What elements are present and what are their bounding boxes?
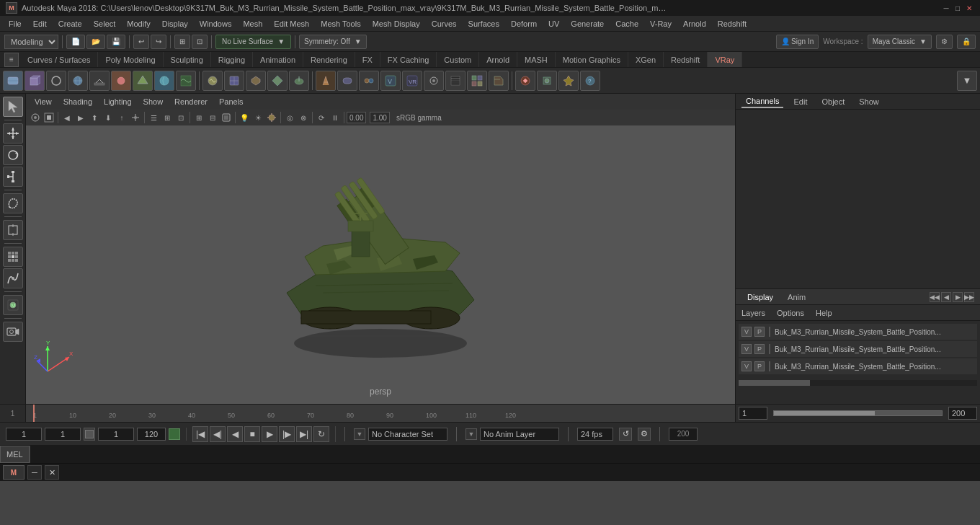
options-subtab[interactable]: Options [777, 309, 804, 317]
frame-field-slider[interactable] [84, 428, 95, 441]
shelf-icon-23[interactable] [489, 71, 509, 91]
workspace-select-btn[interactable]: Maya Classic ▼ [868, 35, 932, 49]
vp-menu-renderer[interactable]: Renderer [172, 96, 210, 107]
vdb-icon-3[interactable]: ◀ [61, 111, 74, 124]
snap-grid-btn[interactable] [3, 247, 23, 267]
tab-fx-caching[interactable]: FX Caching [380, 52, 437, 67]
menu-display[interactable]: Display [156, 18, 194, 30]
menu-mesh-display[interactable]: Mesh Display [367, 18, 426, 30]
shelf-icon-20[interactable] [424, 71, 444, 91]
shelf-icon-2[interactable] [24, 71, 45, 91]
sign-in-btn[interactable]: 👤 Sign In [776, 35, 819, 49]
snap-curves-btn[interactable] [3, 268, 23, 288]
live-surface-btn[interactable]: No Live Surface ▼ [215, 35, 291, 49]
tab-mash[interactable]: MASH [517, 52, 556, 67]
vdb-icon-16[interactable]: ☀ [251, 111, 264, 124]
viewport[interactable]: View Shading Lighting Show Renderer Pane… [26, 94, 735, 404]
menu-arnold[interactable]: Arnold [677, 18, 712, 30]
shelf-icon-9[interactable] [176, 71, 196, 91]
close-button[interactable]: ✕ [964, 3, 974, 13]
shelf-icon-21[interactable] [445, 71, 466, 91]
shelf-icon-4[interactable] [68, 71, 88, 91]
tab-rendering[interactable]: Rendering [303, 52, 355, 67]
menu-uv[interactable]: UV [543, 18, 565, 30]
vdb-gamma-label[interactable]: sRGB gamma [393, 114, 445, 122]
menu-windows[interactable]: Windows [194, 18, 238, 30]
tab-sculpting[interactable]: Sculpting [164, 52, 211, 67]
select-mode-btn[interactable]: ⊞ [174, 35, 190, 49]
step-back-btn[interactable]: ◀| [210, 426, 226, 442]
edit-tab[interactable]: Edit [789, 96, 811, 107]
open-scene-btn[interactable]: 📂 [86, 35, 105, 49]
layers-subtab[interactable]: Layers [741, 309, 765, 317]
loop-icon-btn[interactable]: ↺ [619, 428, 632, 441]
shelf-icon-24[interactable] [515, 71, 535, 91]
layer-arrow-right[interactable]: ▶ [953, 292, 963, 302]
shelf-icon-22[interactable] [467, 71, 487, 91]
redo-btn[interactable]: ↪ [151, 35, 166, 49]
tab-rigging[interactable]: Rigging [211, 52, 253, 67]
minimize-button[interactable]: ─ [941, 3, 951, 13]
timeline-scrollbar[interactable] [773, 410, 943, 416]
shelf-icon-10[interactable] [202, 71, 223, 91]
menu-redshift[interactable]: Redshift [712, 18, 752, 30]
range-end-field[interactable]: 200 [948, 407, 977, 420]
maya-logo-close-btn[interactable]: ✕ [45, 465, 59, 480]
layer-row[interactable]: V P Buk_M3_Rurrian_Missile_System_Battle… [739, 341, 977, 357]
anim-layer-field[interactable]: No Anim Layer [480, 428, 559, 441]
layer-arrow-right2[interactable]: ▶▶ [964, 292, 974, 302]
layer-playback-3[interactable]: P [754, 361, 765, 371]
range-end-bottom-field[interactable]: 200 [669, 428, 698, 441]
vdb-icon-13[interactable]: ⊟ [206, 111, 219, 124]
menu-mesh-tools[interactable]: Mesh Tools [315, 18, 366, 30]
anim-layer-dropdown-btn[interactable]: ▼ [466, 428, 477, 440]
vdb-icon-8[interactable] [129, 111, 142, 124]
menu-edit[interactable]: Edit [27, 18, 53, 30]
shelf-icon-26[interactable] [558, 71, 579, 91]
menu-create[interactable]: Create [53, 18, 88, 30]
layer-playback-1[interactable]: P [754, 327, 765, 337]
tab-motion-graphics[interactable]: Motion Graphics [556, 52, 628, 67]
loop-btn[interactable]: ↻ [313, 426, 329, 442]
vdb-icon-12[interactable]: ⊞ [192, 111, 205, 124]
shelf-icon-15[interactable] [316, 71, 336, 91]
vp-menu-view[interactable]: View [32, 96, 55, 107]
undo-btn[interactable]: ↩ [133, 35, 149, 49]
vdb-gamma2[interactable]: 1.00 [370, 112, 389, 123]
tab-arnold[interactable]: Arnold [479, 52, 517, 67]
anim-tab[interactable]: Anim [782, 291, 811, 303]
scale-tool-btn[interactable] [3, 167, 23, 187]
tab-fx[interactable]: FX [355, 52, 380, 67]
vdb-camera-icon[interactable] [29, 111, 42, 124]
camera-btn[interactable] [3, 322, 23, 342]
shelf-icon-17[interactable] [359, 71, 379, 91]
fps-field[interactable]: 24 fps [577, 428, 613, 441]
tab-curves-surfaces[interactable]: Curves / Surfaces [20, 52, 98, 67]
tab-vray[interactable]: VRay [708, 52, 742, 67]
lasso-tool-btn[interactable] [3, 193, 23, 213]
tab-redshift[interactable]: Redshift [664, 52, 708, 67]
shelf-icon-27[interactable]: ? [580, 71, 600, 91]
vdb-icon-18[interactable]: ◎ [283, 111, 296, 124]
vp-menu-panels[interactable]: Panels [216, 96, 246, 107]
vdb-icon-11[interactable]: ⊡ [174, 111, 187, 124]
render-btn[interactable]: M [3, 295, 23, 315]
show-manipulator-btn[interactable] [3, 220, 23, 240]
stop-btn[interactable]: ■ [244, 426, 260, 442]
menu-surfaces[interactable]: Surfaces [463, 18, 505, 30]
mel-tab[interactable]: MEL [0, 446, 30, 463]
shelf-icon-8[interactable] [154, 71, 174, 91]
vdb-icon-6[interactable]: ⬇ [102, 111, 115, 124]
vdb-gamma1[interactable]: 0.00 [347, 112, 366, 123]
tab-xgen[interactable]: XGen [628, 52, 664, 67]
workspace-lock-btn[interactable]: 🔒 [957, 35, 976, 49]
tab-toggle-btn[interactable]: ≡ [4, 53, 19, 67]
menu-curves[interactable]: Curves [426, 18, 463, 30]
layer-row[interactable]: V P Buk_M3_Rurrian_Missile_System_Battle… [739, 358, 977, 374]
shelf-expand-btn[interactable]: ▼ [957, 71, 977, 91]
modeling-mode-select[interactable]: Modeling [4, 35, 58, 49]
play-forward-btn[interactable]: ▶ [262, 426, 277, 442]
timeline-settings-btn[interactable]: ⚙ [638, 428, 651, 441]
vp-menu-shading[interactable]: Shading [61, 96, 95, 107]
menu-generate[interactable]: Generate [565, 18, 610, 30]
